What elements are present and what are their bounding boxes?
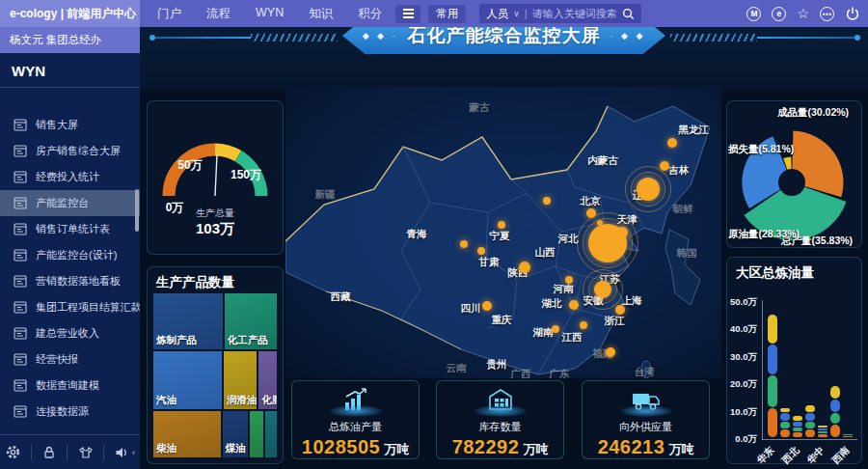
pie-sector-成品量[interactable]	[792, 131, 843, 198]
map-data-bubble[interactable]	[565, 276, 573, 284]
nav-item-2[interactable]: 流程	[206, 6, 231, 22]
bar-column[interactable]	[818, 425, 827, 437]
bar-column[interactable]	[830, 385, 840, 437]
map-data-bubble[interactable]	[660, 161, 669, 171]
sidebar-item[interactable]: 经费投入统计	[0, 164, 140, 190]
sidebar-item[interactable]: 经营快报	[0, 346, 140, 372]
global-search[interactable]: 人员 ∨ | 请输入关键词搜索	[479, 4, 640, 23]
sidebar-item[interactable]: 销售大屏	[0, 112, 140, 138]
map-data-bubble[interactable]	[519, 262, 530, 273]
sidebar-item[interactable]: 房产销售综合大屏	[0, 138, 140, 164]
lock-icon[interactable]	[41, 445, 57, 460]
bar-segment	[805, 422, 815, 429]
sidebar-item[interactable]: 产能监控台	[0, 190, 140, 216]
sidebar-item[interactable]: 报表设计	[0, 425, 140, 430]
bar-segment	[768, 408, 777, 437]
user-info[interactable]: 杨文元 集团总经办	[0, 27, 140, 53]
sidebar-item[interactable]: 销售订单统计表	[0, 216, 140, 242]
gauge-tick-min: 0万	[166, 200, 184, 216]
hamburger-menu-icon[interactable]	[395, 5, 420, 23]
map-data-bubble[interactable]	[615, 305, 625, 315]
treemap-cell-label: 化肥	[261, 394, 277, 407]
map-province-label: 上海	[622, 294, 642, 308]
treemap-cell[interactable]: 煤油	[223, 411, 249, 457]
more-icon[interactable]: ⋯	[820, 7, 834, 21]
app-window: e-cology | 前端用户中心 门户流程WYN知识积分 常用 人员 ∨ | …	[0, 0, 868, 469]
kpi-unit: 万吨	[384, 441, 409, 458]
sidebar-item[interactable]: 产能监控台(设计)	[0, 242, 140, 268]
search-input[interactable]: 请输入关键词搜索	[532, 7, 617, 21]
bubble-ripple-ring	[577, 212, 638, 274]
map-province-label: 吉林	[669, 164, 690, 178]
bar-column[interactable]	[793, 415, 802, 437]
star-icon[interactable]: ☆	[797, 7, 809, 20]
bar-column[interactable]	[805, 404, 815, 437]
pie-label: 成品量(30.02%)	[777, 106, 849, 120]
top-nav-links: 门户流程WYN知识积分	[157, 6, 382, 22]
search-icon[interactable]	[622, 8, 635, 20]
treemap-row: 汽油润滑油化肥	[153, 351, 277, 409]
speaker-icon[interactable]: ‹	[114, 445, 135, 460]
treemap-cell[interactable]: 化工产品	[225, 293, 277, 349]
map-province-label: 湖南	[533, 326, 554, 340]
kpi-label: 总炼油产量	[329, 420, 382, 434]
gear-icon[interactable]	[5, 444, 21, 460]
bar-y-tick-label: 10.0万	[730, 405, 757, 418]
nav-item-5[interactable]: 积分	[358, 6, 382, 22]
bar-segment	[830, 386, 840, 399]
nav-item-3[interactable]: WYN	[256, 6, 284, 22]
nav-item-1[interactable]: 门户	[157, 6, 181, 22]
treemap-cell[interactable]: 柴油	[153, 411, 221, 457]
map-data-bubble[interactable]	[543, 197, 551, 205]
map-data-bubble[interactable]	[552, 325, 559, 333]
sidebar-item[interactable]: 集团工程项目结算汇款台账	[0, 294, 140, 320]
treemap-cell[interactable]: 炼制产品	[153, 293, 223, 349]
nav-item-4[interactable]: 知识	[309, 6, 333, 22]
treemap-cell[interactable]	[250, 411, 262, 457]
map-data-bubble[interactable]	[477, 247, 485, 255]
sidebar-item-label: 建总营业收入	[36, 326, 99, 341]
sidebar-item-label: 销售订单统计表	[36, 222, 110, 236]
map-data-bubble[interactable]	[569, 300, 579, 310]
map-data-bubble[interactable]	[460, 240, 468, 248]
shirt-icon[interactable]	[78, 445, 94, 460]
m-badge-icon[interactable]: M	[746, 7, 761, 21]
pie-label: 损失量(5.81%)	[728, 143, 794, 156]
report-icon	[14, 223, 27, 235]
map-province-label: 云南	[447, 362, 467, 375]
sidebar-footer-toolbar: ‹	[0, 434, 140, 469]
bar-column[interactable]	[843, 434, 853, 437]
header-decor-right	[670, 35, 860, 41]
search-divider: |	[525, 8, 528, 19]
production-pie-panel: 成品量(30.02%)总产量(35.83%)原油量(28.33%)损失量(5.8…	[726, 100, 862, 248]
map-province-label: 河北	[558, 233, 579, 246]
treemap-cell[interactable]: 汽油	[153, 351, 222, 409]
bar-column[interactable]	[768, 314, 777, 437]
search-category-select[interactable]: 人员	[486, 7, 508, 21]
e-badge-icon[interactable]: e	[772, 7, 786, 21]
treemap-cell[interactable]: 润滑油	[224, 351, 258, 409]
bar-segment	[793, 416, 802, 421]
kpi-label: 向外供应量	[619, 420, 672, 434]
sidebar-item[interactable]: 连接数据源	[0, 399, 140, 425]
x-axis-line	[762, 439, 857, 440]
treemap-cell[interactable]	[265, 411, 277, 457]
sidebar-scrollbar[interactable]	[135, 189, 139, 232]
map-data-bubble[interactable]	[606, 347, 615, 357]
power-icon[interactable]	[845, 6, 860, 21]
map-data-bubble[interactable]	[482, 301, 492, 311]
sidebar-item[interactable]: 数据查询建模	[0, 372, 140, 399]
map-data-bubble[interactable]	[667, 138, 677, 148]
sidebar-item[interactable]: 营销数据落地看板	[0, 268, 140, 294]
map-data-bubble[interactable]	[580, 321, 587, 329]
map-province-label: 江西	[562, 331, 583, 345]
map-data-bubble[interactable]	[498, 221, 505, 229]
bar-column[interactable]	[780, 407, 790, 437]
map-province-label: 广东	[550, 368, 570, 378]
treemap-cell[interactable]: 化肥	[258, 351, 277, 409]
bubble-ripple-ring	[625, 166, 671, 212]
sidebar-item[interactable]: 建总营业收入	[0, 320, 140, 346]
frequently-used-button[interactable]: 常用	[428, 5, 466, 23]
report-icon	[14, 197, 27, 209]
product-treemap-panel: 生产产品数量 炼制产品化工产品汽油润滑油化肥柴油煤油	[147, 266, 284, 464]
